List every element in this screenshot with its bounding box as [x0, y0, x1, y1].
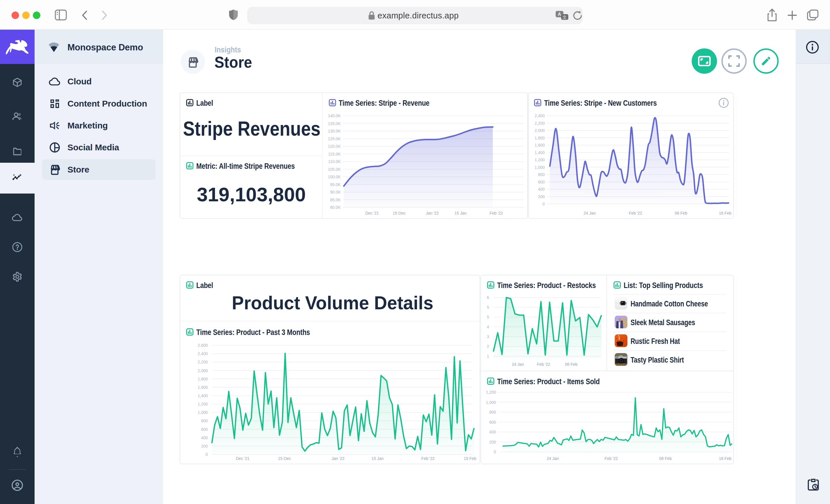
svg-text:A: A — [558, 12, 561, 17]
svg-text:90.0K: 90.0K — [330, 190, 341, 194]
svg-text:08 Feb: 08 Feb — [659, 456, 672, 461]
svg-text:140.0K: 140.0K — [328, 113, 341, 118]
svg-text:400: 400 — [538, 187, 545, 192]
svg-text:0: 0 — [542, 202, 545, 206]
svg-text:100.0K: 100.0K — [328, 174, 341, 179]
svg-text:85.0K: 85.0K — [330, 198, 341, 202]
svg-text:80.0K: 80.0K — [330, 205, 341, 210]
svg-text:Jan '22: Jan '22 — [426, 211, 439, 215]
svg-text:600: 600 — [201, 427, 208, 432]
svg-text:4: 4 — [487, 325, 489, 329]
svg-text:1,000: 1,000 — [486, 400, 496, 405]
svg-text:3: 3 — [487, 334, 489, 339]
svg-text:130.0K: 130.0K — [328, 129, 341, 133]
svg-text:0: 0 — [494, 449, 496, 454]
svg-text:文: 文 — [563, 15, 567, 20]
svg-text:2,400: 2,400 — [198, 351, 208, 356]
svg-text:600: 600 — [538, 180, 545, 184]
svg-text:200: 200 — [538, 194, 545, 199]
svg-text:105.0K: 105.0K — [328, 167, 341, 172]
svg-text:Feb '22: Feb '22 — [490, 211, 503, 215]
svg-text:1,400: 1,400 — [535, 150, 545, 155]
svg-text:24 Jan: 24 Jan — [512, 362, 524, 367]
svg-text:95.0K: 95.0K — [330, 182, 341, 187]
svg-text:2,200: 2,200 — [535, 121, 545, 126]
svg-text:16 Feb: 16 Feb — [719, 456, 731, 461]
svg-text:1,800: 1,800 — [535, 136, 545, 140]
svg-text:2,000: 2,000 — [198, 368, 208, 373]
svg-text:2,600: 2,600 — [198, 343, 208, 348]
svg-text:1,200: 1,200 — [486, 390, 496, 395]
svg-text:800: 800 — [538, 172, 545, 177]
svg-text:800: 800 — [489, 410, 496, 414]
svg-text:2: 2 — [487, 344, 489, 349]
svg-text:1,400: 1,400 — [198, 394, 208, 398]
svg-text:Feb '22: Feb '22 — [629, 211, 642, 215]
svg-text:1,600: 1,600 — [535, 143, 545, 147]
svg-text:Dec '21: Dec '21 — [365, 211, 379, 215]
svg-text:2,000: 2,000 — [535, 128, 545, 133]
svg-text:1,200: 1,200 — [198, 402, 208, 406]
svg-text:1,800: 1,800 — [198, 377, 208, 381]
svg-text:08 Feb: 08 Feb — [565, 362, 578, 367]
svg-text:1,000: 1,000 — [535, 165, 545, 170]
svg-text:Feb '22: Feb '22 — [605, 456, 618, 461]
svg-text:2,200: 2,200 — [198, 360, 208, 364]
svg-text:120.0K: 120.0K — [328, 144, 341, 148]
svg-text:600: 600 — [489, 420, 496, 425]
svg-text:800: 800 — [201, 418, 208, 423]
svg-text:0: 0 — [205, 452, 208, 457]
svg-text:200: 200 — [489, 440, 496, 444]
svg-text:5: 5 — [487, 305, 489, 310]
svg-text:1,200: 1,200 — [535, 158, 545, 162]
svg-text:Jan '22: Jan '22 — [332, 456, 345, 461]
svg-text:1: 1 — [487, 354, 489, 359]
svg-text:6: 6 — [487, 295, 489, 300]
svg-text:16 Feb: 16 Feb — [719, 211, 731, 215]
svg-text:115.0K: 115.0K — [328, 152, 341, 156]
svg-text:5: 5 — [487, 315, 489, 320]
svg-text:1,600: 1,600 — [198, 385, 208, 390]
svg-text:Feb '22: Feb '22 — [537, 362, 550, 367]
svg-text:200: 200 — [201, 444, 208, 448]
svg-text:Dec '21: Dec '21 — [236, 456, 249, 461]
svg-text:15 Jan: 15 Jan — [454, 211, 467, 215]
svg-text:Feb '22: Feb '22 — [421, 456, 435, 461]
svg-text:125.0K: 125.0K — [328, 136, 341, 141]
svg-text:400: 400 — [201, 435, 208, 440]
svg-text:1,000: 1,000 — [198, 410, 208, 415]
svg-text:08 Feb: 08 Feb — [675, 211, 687, 215]
svg-text:110.0K: 110.0K — [328, 159, 341, 164]
svg-text:24 Jan: 24 Jan — [547, 456, 559, 461]
svg-text:400: 400 — [489, 430, 496, 434]
svg-text:2,400: 2,400 — [535, 113, 545, 118]
svg-text:15 Dec: 15 Dec — [278, 456, 291, 461]
svg-text:15 Dec: 15 Dec — [393, 211, 406, 215]
svg-text:15 Feb: 15 Feb — [464, 456, 476, 461]
svg-text:24 Jan: 24 Jan — [583, 211, 596, 215]
svg-text:135.0K: 135.0K — [328, 121, 341, 126]
svg-text:15 Jan: 15 Jan — [372, 456, 384, 461]
